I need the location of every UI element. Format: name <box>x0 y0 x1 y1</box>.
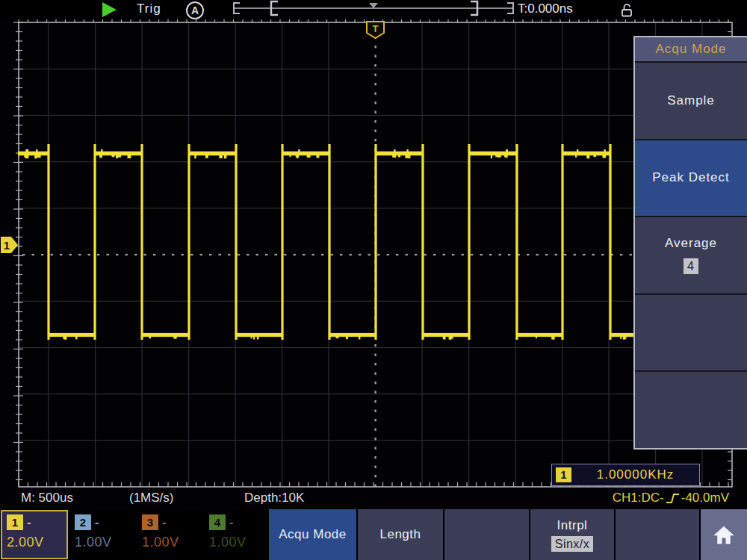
timebase-window-indicator <box>232 0 515 16</box>
channel-number-badge: 4 <box>209 514 226 530</box>
bottom-menu-bar: 1- 2.00V 2- 1.00V 3- 1.00V 4- 1.00V Acqu… <box>0 509 747 560</box>
softkey-blank[interactable] <box>616 509 699 560</box>
unlock-icon <box>620 2 633 18</box>
rising-edge-icon <box>666 491 680 505</box>
channel-number-badge: 3 <box>142 514 158 530</box>
channel-1-badge: 1 <box>556 467 571 482</box>
frequency-value: 1.00000KHz <box>571 467 699 482</box>
menu-item-sample[interactable]: Sample <box>635 61 747 139</box>
sample-rate-readout: (1MS/s) <box>129 491 174 505</box>
menu-item-label: Average <box>665 236 717 251</box>
oscilloscope-screen: T1 Trig A T:0.000ns Acqu Mode Sample Pea… <box>0 0 747 560</box>
softkey-blank[interactable] <box>444 509 529 560</box>
channel-scale: 1.00V <box>75 535 134 550</box>
softkey-intrpl[interactable]: Intrpl Sinx/x <box>530 509 614 560</box>
side-menu-title: Acqu Mode <box>635 37 747 61</box>
menu-item-average[interactable]: Average 4 <box>635 216 747 293</box>
run-play-icon <box>102 2 117 17</box>
frequency-readout: 1 1.00000KHz <box>551 464 700 486</box>
channel-3-box[interactable]: 3- 1.00V <box>136 510 203 559</box>
trigger-level-value: -40.0mV <box>681 491 729 505</box>
menu-item-peak-detect[interactable]: Peak Detect <box>635 139 747 217</box>
svg-text:1: 1 <box>4 239 10 252</box>
menu-item-label: Sample <box>667 93 715 108</box>
home-icon <box>713 524 735 545</box>
channel-2-box[interactable]: 2- 1.00V <box>69 510 136 559</box>
coupling-indicator: - <box>229 516 233 529</box>
timebase-readout: M: 500us <box>21 491 73 505</box>
channel-1-box[interactable]: 1- 2.00V <box>1 510 68 559</box>
coupling-indicator: - <box>27 516 31 529</box>
softkey-length[interactable]: Length <box>358 509 443 560</box>
channel-scale: 1.00V <box>142 535 202 550</box>
svg-text:T: T <box>373 23 379 34</box>
coupling-indicator: - <box>162 516 166 529</box>
channel-scale: 2.00V <box>7 535 66 550</box>
menu-item-blank[interactable] <box>635 293 747 371</box>
intrpl-value-chip: Sinx/x <box>551 536 594 552</box>
menu-item-blank[interactable] <box>635 370 747 448</box>
bottom-status-row: M: 500us (1MS/s) Depth:10K CH1:DC- -40.0… <box>0 488 747 508</box>
channel-scale: 1.00V <box>209 535 269 550</box>
trig-label: Trig <box>137 1 161 16</box>
side-menu: Acqu Mode Sample Peak Detect Average 4 <box>633 36 747 449</box>
record-depth-readout: Depth:10K <box>244 491 304 505</box>
channel-number-badge: 2 <box>75 514 91 530</box>
trigger-time-value: T:0.000ns <box>518 1 573 16</box>
window-position-marker <box>369 3 378 8</box>
coupling-indicator: - <box>95 516 99 529</box>
menu-item-average-count: 4 <box>684 258 698 274</box>
channel-4-box[interactable]: 4- 1.00V <box>203 510 270 559</box>
channel-number-badge: 1 <box>7 514 23 530</box>
menu-item-label: Peak Detect <box>652 170 730 185</box>
softkey-acqu-mode[interactable]: Acqu Mode <box>269 509 356 560</box>
home-button[interactable] <box>701 509 747 560</box>
trigger-info: CH1:DC- -40.0mV <box>613 491 729 505</box>
auto-trigger-icon: A <box>186 1 204 19</box>
trigger-source-label: CH1:DC- <box>613 491 664 505</box>
top-status-bar: Trig A T:0.000ns <box>0 0 747 19</box>
